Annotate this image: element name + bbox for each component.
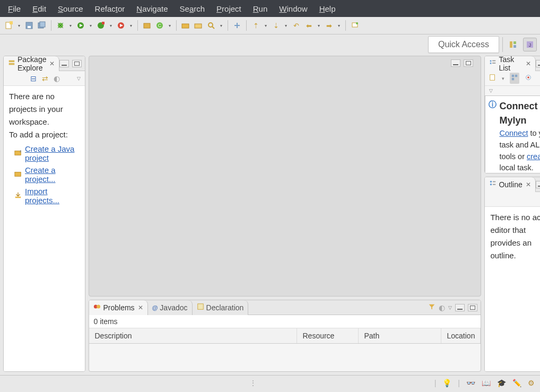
col-description[interactable]: Description [89, 328, 297, 343]
overview-icon[interactable]: ⚙ [528, 379, 535, 387]
nav-next-annotation-dropdown[interactable]: ▾ [283, 20, 289, 31]
collapse-all-icon[interactable]: ⊟ [30, 74, 37, 83]
last-edit-button[interactable]: ↶ [290, 20, 302, 31]
pin-editor-button[interactable] [349, 20, 361, 31]
svg-rect-36 [490, 60, 492, 62]
debug-dropdown[interactable]: ▾ [67, 20, 74, 31]
new-button[interactable] [3, 20, 15, 31]
categorize-icon[interactable] [510, 73, 519, 84]
new-dropdown[interactable]: ▾ [16, 20, 22, 31]
search-dropdown[interactable]: ▾ [218, 20, 224, 31]
open-perspective-button[interactable] [506, 38, 520, 51]
new-task-dropdown[interactable]: ▾ [502, 76, 504, 81]
run-dropdown[interactable]: ▾ [88, 20, 94, 31]
menu-refactor[interactable]: Refactor [89, 2, 131, 15]
menu-help[interactable]: Help [313, 2, 342, 15]
close-icon[interactable]: ✕ [138, 304, 143, 311]
coverage-button[interactable] [95, 20, 107, 31]
mylyn-title: Connect Mylyn [499, 99, 540, 128]
filter-icon[interactable] [428, 303, 436, 312]
focus-task-icon[interactable]: ◐ [54, 74, 60, 83]
package-explorer-view: Package Explore ✕ ⊟ ⇄ ◐ ▽ There are no p… [3, 56, 85, 372]
scheduled-icon[interactable] [525, 74, 532, 83]
minimize-button[interactable] [59, 60, 69, 67]
open-task-button[interactable] [193, 20, 204, 31]
editor-area[interactable] [89, 56, 481, 297]
tip-icon[interactable]: 💡 [442, 379, 451, 387]
menu-project[interactable]: Project [211, 2, 247, 15]
toggle-breadcrumb-button[interactable] [231, 20, 243, 31]
svg-rect-5 [40, 22, 45, 27]
tab-label: Task List [499, 56, 522, 72]
run-last-dropdown[interactable]: ▾ [128, 20, 134, 31]
svg-point-45 [528, 76, 530, 79]
java-perspective-button[interactable]: J [523, 38, 537, 51]
close-icon[interactable]: ✕ [526, 181, 531, 188]
menu-navigate[interactable]: Navigate [130, 2, 173, 15]
close-icon[interactable]: ✕ [526, 60, 531, 67]
save-button[interactable] [23, 20, 35, 31]
new-class-button[interactable]: C [154, 20, 166, 31]
tab-task-list[interactable]: Task List ✕ [485, 56, 535, 71]
tab-declaration[interactable]: Declaration [193, 300, 249, 315]
tab-problems[interactable]: Problems ✕ [89, 300, 147, 315]
quick-access-field[interactable]: Quick Access [428, 36, 499, 53]
menu-window[interactable]: Window [273, 2, 313, 15]
col-location[interactable]: Location [441, 328, 481, 343]
col-path[interactable]: Path [359, 328, 441, 343]
search-button[interactable] [205, 20, 217, 31]
nav-back-annotation-button[interactable]: ⇡ [250, 20, 262, 31]
coverage-dropdown[interactable]: ▾ [108, 20, 114, 31]
svg-rect-17 [195, 24, 202, 28]
link-editor-icon[interactable]: ⇄ [42, 74, 48, 83]
menu-run[interactable]: Run [247, 2, 274, 15]
run-button[interactable] [75, 20, 86, 31]
workbench: Package Explore ✕ ⊟ ⇄ ◐ ▽ There are no p… [0, 55, 540, 375]
forward-dropdown[interactable]: ▾ [336, 20, 342, 31]
connect-link[interactable]: Connect [499, 129, 528, 137]
create-project-link[interactable]: Create a project... [25, 165, 80, 184]
save-all-button[interactable] [36, 20, 48, 31]
view-menu-icon[interactable]: ▽ [77, 76, 81, 81]
view-menu-icon[interactable]: ▽ [448, 305, 452, 310]
run-last-button[interactable] [115, 20, 127, 31]
create-task-link[interactable]: create [527, 152, 540, 161]
trim-drag-handle[interactable]: ⋮ [249, 379, 257, 387]
whatsnew-icon[interactable]: ✏️ [512, 379, 521, 387]
nav-back-annotation-dropdown[interactable]: ▾ [263, 20, 269, 31]
new-task-icon[interactable] [489, 74, 497, 83]
graduation-icon[interactable]: 🎓 [497, 379, 506, 387]
menu-source[interactable]: Source [52, 2, 89, 15]
tab-label: Outline [499, 180, 522, 189]
back-dropdown[interactable]: ▾ [316, 20, 322, 31]
back-button[interactable]: ⬅ [303, 20, 315, 31]
new-package-button[interactable] [141, 20, 153, 31]
maximize-button[interactable] [72, 60, 82, 67]
editor-minimize-button[interactable] [451, 59, 460, 67]
minimize-button[interactable] [455, 304, 465, 311]
new-class-dropdown[interactable]: ▾ [167, 20, 173, 31]
minimize-button[interactable] [536, 181, 540, 188]
menu-file[interactable]: File [2, 2, 27, 15]
tab-outline[interactable]: Outline ✕ [485, 177, 535, 192]
debug-button[interactable] [55, 20, 66, 31]
close-icon[interactable]: ✕ [49, 60, 55, 67]
nav-next-annotation-button[interactable]: ⇣ [270, 20, 282, 31]
tab-package-explorer[interactable]: Package Explore ✕ [4, 56, 59, 71]
focus-icon[interactable]: ◐ [439, 303, 445, 312]
editor-maximize-button[interactable] [464, 59, 473, 67]
create-java-project-link[interactable]: Create a Java project [25, 144, 80, 162]
find-dropdown[interactable]: ▽ [489, 88, 493, 93]
col-resource[interactable]: Resource [297, 328, 359, 343]
open-type-button[interactable] [180, 20, 191, 31]
import-projects-link[interactable]: Import projects... [25, 187, 80, 205]
svg-rect-41 [512, 75, 514, 77]
menu-search[interactable]: Search [174, 2, 211, 15]
forward-button[interactable]: ➡ [323, 20, 335, 31]
maximize-button[interactable] [468, 304, 477, 311]
samples-icon[interactable]: 👓 [466, 379, 475, 387]
minimize-button[interactable] [536, 60, 540, 67]
menu-edit[interactable]: Edit [27, 2, 52, 15]
tutorials-icon[interactable]: 📖 [482, 379, 491, 387]
tab-javadoc[interactable]: @ Javadoc [148, 300, 193, 315]
